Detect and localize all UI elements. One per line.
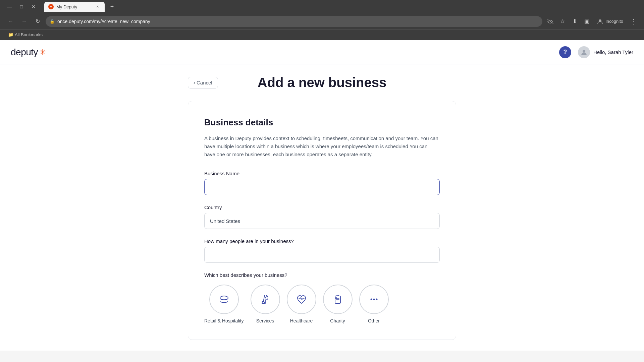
people-count-group: How many people are in your business? [204,238,440,263]
app-header: deputy ✳ ? Hello, Sarah Tyler [0,40,644,64]
forward-button[interactable]: → [19,16,30,27]
country-input[interactable] [204,213,440,229]
back-button[interactable]: ← [5,16,16,27]
layout-icon[interactable]: ▣ [581,16,592,27]
page-content: ‹ < Cancel Cancel Add a new business Bus… [0,64,644,351]
lock-icon: 🔒 [50,19,55,24]
minimize-button[interactable]: — [4,2,15,11]
user-greeting: Hello, Sarah Tyler [593,49,633,55]
svg-point-11 [373,299,375,300]
business-type-grid: Retail & Hospitality [204,285,440,323]
tab-close-button[interactable]: × [95,4,101,10]
charity-icon-circle [323,285,353,314]
business-type-other[interactable]: Other [359,285,389,323]
browser-toolbar: ← → ↻ 🔒 ☆ ⬇ ▣ Incognito ⋮ [0,13,644,29]
deputy-logo: deputy ✳ [11,47,46,58]
cancel-button[interactable]: ‹ < Cancel Cancel [188,77,218,88]
tab-title: My Deputy [56,4,92,9]
svg-point-10 [370,299,372,300]
business-type-healthcare[interactable]: Healthcare [287,285,316,323]
business-type-label: Which best describes your business? [204,272,440,278]
svg-point-3 [220,296,228,300]
business-type-charity[interactable]: Charity [323,285,353,323]
address-input[interactable] [57,19,538,24]
bookmark-star-icon[interactable]: ☆ [557,16,568,27]
help-icon: ? [564,49,567,56]
business-name-input[interactable] [204,179,440,195]
business-name-group: Business Name [204,171,440,195]
incognito-badge[interactable]: Incognito [593,17,627,26]
eye-slash-icon[interactable] [545,16,556,27]
bookmarks-bar: 📁 All Bookmarks [0,29,644,40]
app-container: deputy ✳ ? Hello, Sarah Tyler ‹ [0,40,644,351]
help-button[interactable]: ? [559,46,571,58]
all-bookmarks-item[interactable]: 📁 All Bookmarks [5,31,45,39]
all-bookmarks-label: All Bookmarks [15,32,43,37]
window-controls: — □ ✕ [4,2,39,11]
business-type-section: Which best describes your business? [204,272,440,323]
browser-tab[interactable]: My Deputy × [44,2,105,12]
business-type-retail[interactable]: Retail & Hospitality [204,285,244,323]
logo-star: ✳ [39,48,46,57]
header-right: ? Hello, Sarah Tyler [559,46,633,58]
business-name-label: Business Name [204,171,440,176]
other-icon-circle [359,285,389,314]
logo-text: deputy [11,47,38,58]
other-label: Other [368,318,380,323]
business-type-services[interactable]: Services [251,285,280,323]
close-button[interactable]: ✕ [28,2,39,11]
people-count-label: How many people are in your business? [204,238,440,244]
avatar [578,46,590,58]
healthcare-icon-circle [287,285,316,314]
incognito-label: Incognito [605,19,623,24]
services-icon-circle [251,285,280,314]
svg-point-2 [583,50,585,53]
page-header: ‹ < Cancel Cancel Add a new business [188,75,456,90]
menu-button[interactable]: ⋮ [628,16,639,27]
maximize-button[interactable]: □ [16,2,27,11]
new-tab-button[interactable]: + [107,2,117,11]
healthcare-label: Healthcare [290,318,313,323]
country-group: Country [204,204,440,229]
services-label: Services [256,318,274,323]
retail-label: Retail & Hospitality [204,318,244,323]
download-icon[interactable]: ⬇ [569,16,580,27]
country-label: Country [204,204,440,210]
bookmarks-folder-icon: 📁 [8,32,13,37]
address-bar[interactable]: 🔒 [46,16,542,27]
people-count-input[interactable] [204,247,440,263]
browser-titlebar: — □ ✕ My Deputy × + [0,0,644,13]
section-title: Business details [204,117,440,128]
retail-icon-circle [209,285,239,314]
svg-point-12 [376,299,377,300]
charity-label: Charity [330,318,345,323]
svg-rect-9 [335,297,336,299]
page-title: Add a new business [188,75,456,90]
chevron-left-icon: ‹ [194,80,195,85]
toolbar-icons: ☆ ⬇ ▣ Incognito ⋮ [545,16,639,27]
form-card: Business details A business in Deputy pr… [188,101,456,340]
section-description: A business in Deputy provides context to… [204,134,440,159]
user-info[interactable]: Hello, Sarah Tyler [578,46,633,58]
reload-button[interactable]: ↻ [32,16,43,27]
tab-favicon [48,4,54,9]
browser-chrome: — □ ✕ My Deputy × + ← → ↻ 🔒 [0,0,644,40]
